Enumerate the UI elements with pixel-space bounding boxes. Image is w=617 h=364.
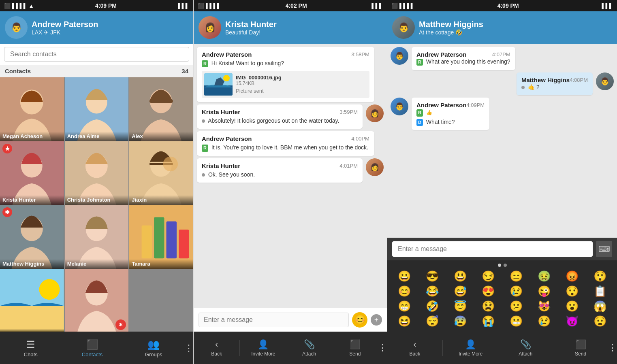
- emoji-3-6[interactable]: 😻: [530, 299, 558, 313]
- msg-sender-4: Krista Hunter: [202, 162, 240, 169]
- msg-text-1: R Hi Krista! Want to go sailing?: [202, 60, 369, 68]
- detail-time-3: 4:09PM: [466, 102, 485, 108]
- emoji-4-8[interactable]: 😧: [586, 314, 614, 328]
- detail-bubble-1: Andrew Paterson 4:07PM R What are you do…: [412, 47, 515, 70]
- keyboard-button[interactable]: ⌨: [596, 241, 612, 257]
- matthew-avatar-img: 👨: [392, 16, 415, 39]
- emoji-1-4[interactable]: 😏: [474, 269, 502, 283]
- detail-panel: ⬛ ▌▌▌▌ 4:09 PM ▌▌▌ 👨 Matthew Higgins At …: [387, 0, 617, 364]
- contact-tile-beach[interactable]: [0, 269, 64, 332]
- chat-nav-attach[interactable]: 📎 Attach: [286, 339, 332, 357]
- emoji-2-6[interactable]: 😜: [530, 284, 558, 298]
- indicator-dot-2: [504, 264, 507, 267]
- emoji-3-2[interactable]: 🤣: [418, 299, 446, 313]
- message-3: Andrew Paterson 4:00PM R It is. You're g…: [197, 131, 374, 156]
- contact-tile-row4b[interactable]: ✱: [65, 269, 129, 332]
- emoji-row-2: 😊 😂 😅 😍 😢 😜 😯 📋: [391, 284, 614, 298]
- emoji-3-4[interactable]: 😫: [474, 299, 502, 313]
- nav-groups[interactable]: 👥 Groups: [123, 336, 184, 361]
- contacts-nav-label: Contacts: [82, 351, 102, 358]
- tile-name-beach: [0, 329, 64, 332]
- msg-header-2: Krista Hunter 3:59PM: [202, 109, 358, 115]
- emoji-3-5[interactable]: 😕: [502, 299, 530, 313]
- svg-rect-25: [0, 306, 64, 332]
- plus-button-2[interactable]: +: [371, 314, 382, 326]
- emoji-1-5[interactable]: 😑: [502, 269, 530, 283]
- contact-tile-tamara[interactable]: Tamara: [129, 205, 193, 269]
- emoji-2-4[interactable]: 😍: [474, 284, 502, 298]
- chat-nav-back[interactable]: ‹ Back: [194, 339, 239, 357]
- emoji-4-3[interactable]: 😰: [446, 314, 474, 328]
- detail-bubble-2: Matthew Higgins 4:08PM 🤙 ?: [517, 72, 593, 96]
- krista-status: Beautiful Day!: [225, 29, 382, 36]
- nav-more-1[interactable]: ⋮: [184, 343, 193, 353]
- msg-content-4: Ok. See you soon.: [208, 171, 255, 178]
- contact-tile-christa[interactable]: Christa Johnston: [65, 141, 129, 205]
- nav-contacts[interactable]: ⬛ Contacts: [62, 336, 123, 361]
- nav-chats[interactable]: ☰ Chats: [0, 336, 62, 361]
- emoji-4-2[interactable]: 😴: [418, 314, 446, 328]
- emoji-1-7[interactable]: 😡: [558, 269, 586, 283]
- contact-tile-megan[interactable]: Megan Acheson: [0, 77, 64, 141]
- tile-name-megan: Megan Acheson: [0, 132, 64, 141]
- groups-icon: 👥: [147, 339, 160, 350]
- emoji-2-3[interactable]: 😅: [446, 284, 474, 298]
- matthew-badge: ✱: [2, 207, 12, 217]
- msg-content-1: Hi Krista! Want to go sailing?: [211, 60, 284, 66]
- detail-message-input[interactable]: [392, 241, 593, 257]
- tile-name-alex: Alex: [129, 132, 193, 141]
- r-badge-1: R: [202, 60, 208, 67]
- emoji-3-7[interactable]: 😮: [558, 299, 586, 313]
- contact-tile-melanie[interactable]: Melanie: [65, 205, 129, 269]
- chat-panel: ⬛ ▌▌▌▌ 4:02 PM ▌▌▌ 👩 Krista Hunter Beaut…: [194, 0, 387, 364]
- detail-nav-invite[interactable]: 👤 Invite More: [443, 339, 498, 357]
- emoji-2-7[interactable]: 😯: [558, 284, 586, 298]
- emoji-2-1[interactable]: 😊: [391, 284, 418, 298]
- detail-time-1: 4:07PM: [492, 51, 510, 57]
- svg-rect-20: [142, 226, 152, 258]
- detail-nav-more[interactable]: ⋮: [608, 343, 617, 353]
- chat-nav-more-2[interactable]: ⋮: [378, 343, 387, 353]
- detail-content-3: What time?: [426, 119, 455, 125]
- message-input-2[interactable]: [199, 313, 349, 327]
- emoji-1-2[interactable]: 😎: [418, 269, 446, 283]
- emoji-4-6[interactable]: 😢: [530, 314, 558, 328]
- emoji-4-1[interactable]: 😆: [391, 314, 418, 328]
- contact-tile-krista[interactable]: ★ Krista Hunter: [0, 141, 64, 205]
- emoji-3-1[interactable]: 😁: [391, 299, 418, 313]
- chat-nav-send[interactable]: ⬛ Send: [332, 339, 378, 357]
- chats-icon: ☰: [26, 339, 35, 350]
- search-input[interactable]: [4, 47, 189, 62]
- emoji-1-3[interactable]: 😃: [446, 269, 474, 283]
- dot-4: [202, 173, 205, 177]
- emoji-1-8[interactable]: 😲: [586, 269, 614, 283]
- emoji-2-8[interactable]: 📋: [586, 284, 614, 298]
- emoji-1-1[interactable]: 😀: [391, 269, 418, 283]
- msg-time-2: 3:59PM: [339, 109, 358, 115]
- detail-nav-send[interactable]: ⬛ Send: [553, 339, 608, 357]
- emoji-4-5[interactable]: 😬: [502, 314, 530, 328]
- detail-nav-back[interactable]: ‹ Back: [387, 339, 442, 357]
- matthew-header: 👨 Matthew Higgins At the cottage 🤣: [387, 11, 617, 44]
- emoji-3-8[interactable]: 😱: [586, 299, 614, 313]
- emoji-1-6[interactable]: 🤢: [530, 269, 558, 283]
- emoji-4-4[interactable]: 😭: [474, 314, 502, 328]
- contact-tile-matthew[interactable]: ✱ Matthew Higgins: [0, 205, 64, 269]
- contact-tile-alex[interactable]: Alex: [129, 77, 193, 141]
- matthew-status: At the cottage 🤣: [419, 29, 612, 36]
- krista-avatar-img: 👩: [199, 16, 221, 39]
- header-avatar-1: 👨: [5, 16, 28, 39]
- emoji-3-3[interactable]: 😇: [446, 299, 474, 313]
- emoji-4-7[interactable]: 😈: [558, 314, 586, 328]
- contact-tile-andrea[interactable]: Andrea Aime: [65, 77, 129, 141]
- emoji-2-5[interactable]: 😢: [502, 284, 530, 298]
- detail-r-badge-1: R: [416, 59, 423, 66]
- emoji-2-2[interactable]: 😂: [418, 284, 446, 298]
- chat-nav-invite[interactable]: 👤 Invite More: [240, 339, 286, 357]
- tile-name-andrea: Andrea Aime: [65, 132, 129, 141]
- detail-msg-1: 👨 Andrew Paterson 4:07PM R What are you …: [391, 47, 614, 70]
- detail-nav-attach[interactable]: 📎 Attach: [498, 339, 553, 357]
- emoji-button-2[interactable]: 😊: [352, 312, 367, 328]
- search-bar: [0, 44, 193, 65]
- contact-tile-jiaxin[interactable]: Jiaxin: [129, 141, 193, 205]
